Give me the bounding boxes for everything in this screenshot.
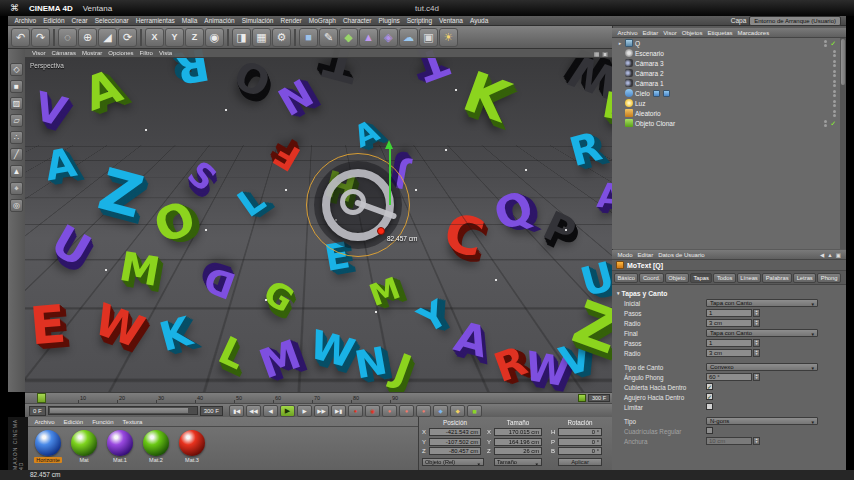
enable-dot-top[interactable]: [833, 70, 836, 73]
object-row-objeto-clonar[interactable]: Objeto Clonar✓: [612, 118, 840, 128]
menu-mograph[interactable]: MoGraph: [305, 17, 339, 24]
texture-tag-icon[interactable]: [663, 90, 670, 97]
object-row-camara-2[interactable]: Cámara 2: [612, 68, 840, 78]
texture-mode-icon[interactable]: ▨: [10, 97, 23, 110]
spinner-radio[interactable]: ▲▼: [753, 319, 760, 327]
solo-button[interactable]: ◼: [467, 405, 482, 417]
next-frame-button[interactable]: ▶: [297, 405, 312, 417]
spinner-down-icon[interactable]: ▼: [755, 377, 758, 380]
scale-tool-icon[interactable]: ◢: [98, 28, 117, 47]
object-row-camara-1[interactable]: Cámara 1: [612, 78, 840, 88]
viewport-letter[interactable]: V: [30, 86, 70, 133]
redo-icon[interactable]: ↷: [31, 28, 50, 47]
enable-dot-top[interactable]: [833, 60, 836, 63]
render-settings-icon[interactable]: ⚙: [272, 28, 291, 47]
model-mode-icon[interactable]: ■: [10, 80, 23, 93]
enable-dots[interactable]: [824, 40, 827, 47]
spinner-down-icon[interactable]: ▼: [755, 441, 758, 444]
go-start-button[interactable]: ▮◀: [229, 405, 244, 417]
spinner-radio[interactable]: ▲▼: [753, 349, 760, 357]
menu-animacion[interactable]: Animación: [201, 17, 238, 24]
input-radio[interactable]: 3 cm: [706, 349, 752, 357]
enable-dot-bottom[interactable]: [833, 114, 836, 117]
coord-field-rotacion-h[interactable]: 0 °: [558, 428, 602, 436]
attr-menu-editar[interactable]: Editar: [635, 252, 656, 258]
tab-coord[interactable]: Coord.: [639, 273, 663, 283]
coord-field-tamano-y[interactable]: 164.196 cm: [494, 438, 542, 446]
frame-end-field[interactable]: 300 F: [200, 406, 223, 416]
menu-ventana[interactable]: Ventana: [436, 17, 467, 24]
material-sphere[interactable]: [179, 430, 205, 456]
material-mat-1[interactable]: Mat.1: [105, 430, 135, 463]
timeline-ruler[interactable]: 0102030405060708090 300 F: [25, 392, 612, 403]
spinner-down-icon[interactable]: ▼: [755, 353, 758, 356]
record-button[interactable]: ●: [348, 405, 363, 417]
input-pasos[interactable]: 1: [706, 339, 752, 347]
viewport-panel-icon[interactable]: ▦: [594, 50, 600, 57]
material-mat-2[interactable]: Mat.2: [141, 430, 171, 463]
autokey-button[interactable]: ◉: [365, 405, 380, 417]
enable-dot-bottom[interactable]: [833, 104, 836, 107]
coord-field-tamano-x[interactable]: 170.015 cm: [494, 428, 542, 436]
menu-scripting[interactable]: Scripting: [403, 17, 435, 24]
object-state-marks[interactable]: ✓: [824, 120, 840, 127]
undo-icon[interactable]: ↶: [11, 28, 30, 47]
coord-field-posicion-y[interactable]: -107.502 cm: [429, 438, 481, 446]
key-pla-button[interactable]: ◆: [450, 405, 465, 417]
object-state-marks[interactable]: [833, 90, 840, 97]
tab-objeto[interactable]: Objeto: [665, 273, 689, 283]
enable-dot-top[interactable]: [833, 100, 836, 103]
add-environment-icon[interactable]: ☁: [399, 28, 418, 47]
coord-system-icon[interactable]: ◉: [205, 28, 224, 47]
enable-dot-top[interactable]: [833, 80, 836, 83]
workplane-mode-icon[interactable]: ▱: [10, 114, 23, 127]
enable-dot-top[interactable]: [824, 120, 827, 123]
menu-malla[interactable]: Malla: [178, 17, 201, 24]
coord-field-rotacion-b[interactable]: 0 °: [558, 447, 602, 455]
spinner-down-icon[interactable]: ▼: [755, 313, 758, 316]
spinner-down-icon[interactable]: ▼: [755, 323, 758, 326]
coord-mode-dropdown[interactable]: Objeto (Rel)▼: [422, 458, 484, 466]
prev-key-button[interactable]: ◀◀: [246, 405, 261, 417]
tab-todos[interactable]: Todos: [713, 273, 735, 283]
object-state-marks[interactable]: [833, 60, 840, 67]
viewport-letter[interactable]: N: [352, 342, 390, 385]
object-state-marks[interactable]: ✓: [824, 40, 840, 47]
dropdown-tipo-de-canto[interactable]: Convexo▼: [706, 363, 818, 371]
checkbox-cuadriculas-regular[interactable]: [706, 427, 713, 434]
panel-lock-icon[interactable]: ▣: [836, 252, 841, 258]
add-generator-icon[interactable]: ◆: [339, 28, 358, 47]
input-angulo-phong[interactable]: 60 °: [706, 373, 752, 381]
y-axis-handle[interactable]: [389, 149, 391, 205]
move-tool-icon[interactable]: ⊕: [78, 28, 97, 47]
viewport-letter[interactable]: E: [28, 298, 68, 353]
lock-x-icon[interactable]: X: [145, 28, 164, 47]
attr-menu-datos-de-usuario[interactable]: Datos de Usuario: [656, 252, 707, 258]
size-mode-dropdown[interactable]: Tamaño▼: [494, 458, 542, 466]
coord-field-posicion-x[interactable]: -421.543 cm: [429, 428, 481, 436]
next-key-button[interactable]: ▶▶: [314, 405, 329, 417]
add-light-icon[interactable]: ☀: [439, 28, 458, 47]
checkbox-limitar[interactable]: [706, 403, 713, 410]
viewport-menu-camaras[interactable]: Cámaras: [49, 50, 79, 56]
tab-palabras[interactable]: Palabras: [762, 273, 792, 283]
input-pasos[interactable]: 1: [706, 309, 752, 317]
render-view-icon[interactable]: ◨: [232, 28, 251, 47]
live-selection-icon[interactable]: ◌: [58, 28, 77, 47]
tab-tapas[interactable]: Tapas: [690, 273, 712, 283]
enabled-check-icon[interactable]: ✓: [830, 40, 836, 47]
viewport-letter[interactable]: A: [596, 178, 612, 214]
menu-character[interactable]: Character: [339, 17, 375, 24]
object-row-cielo[interactable]: Cielo: [612, 88, 840, 98]
om-menu-archivo[interactable]: Archivo: [615, 30, 640, 36]
layout-dropdown[interactable]: Entorno de Arranque (Usuario): [749, 16, 841, 26]
enable-dot-bottom[interactable]: [824, 124, 827, 127]
apply-button[interactable]: Aplicar: [558, 458, 602, 466]
menu-crear[interactable]: Crear: [68, 17, 91, 24]
spinner-angulo-phong[interactable]: ▲▼: [753, 373, 760, 381]
polygons-mode-icon[interactable]: ▲: [10, 165, 23, 178]
material-horizonte[interactable]: Horizonte: [33, 430, 63, 463]
object-state-marks[interactable]: [833, 110, 840, 117]
enable-dot-bottom[interactable]: [833, 84, 836, 87]
add-mograph-icon[interactable]: ▲: [359, 28, 378, 47]
